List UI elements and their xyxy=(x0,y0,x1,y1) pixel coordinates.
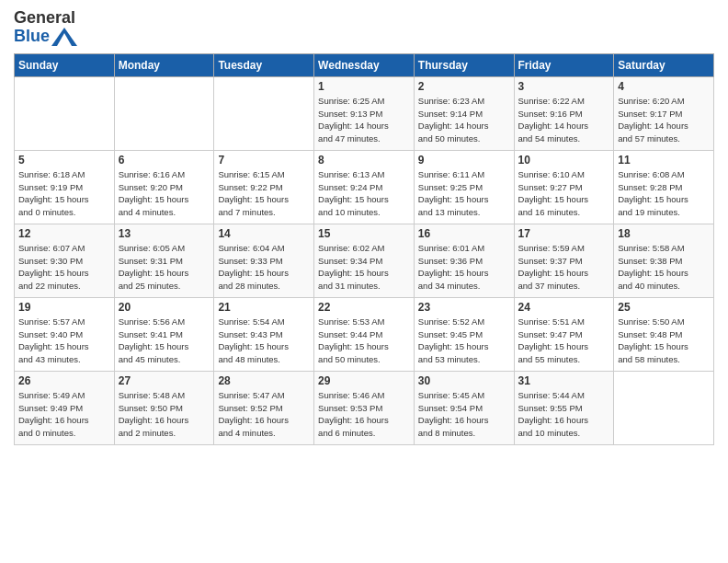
day-number: 30 xyxy=(418,374,510,387)
day-cell: 27Sunrise: 5:48 AM Sunset: 9:50 PM Dayli… xyxy=(114,371,214,444)
day-detail: Sunrise: 6:02 AM Sunset: 9:34 PM Dayligh… xyxy=(318,242,410,293)
day-detail: Sunrise: 6:18 AM Sunset: 9:19 PM Dayligh… xyxy=(18,168,110,219)
day-detail: Sunrise: 5:59 AM Sunset: 9:37 PM Dayligh… xyxy=(518,242,610,293)
day-number: 5 xyxy=(18,154,110,167)
day-detail: Sunrise: 6:10 AM Sunset: 9:27 PM Dayligh… xyxy=(518,168,610,219)
week-row-5: 26Sunrise: 5:49 AM Sunset: 9:49 PM Dayli… xyxy=(15,371,714,444)
day-cell: 10Sunrise: 6:10 AM Sunset: 9:27 PM Dayli… xyxy=(514,150,614,224)
day-number: 9 xyxy=(418,154,510,167)
day-detail: Sunrise: 5:44 AM Sunset: 9:55 PM Dayligh… xyxy=(518,389,610,440)
day-detail: Sunrise: 5:54 AM Sunset: 9:43 PM Dayligh… xyxy=(218,316,310,366)
day-cell: 2Sunrise: 6:23 AM Sunset: 9:14 PM Daylig… xyxy=(414,76,514,150)
day-detail: Sunrise: 6:04 AM Sunset: 9:33 PM Dayligh… xyxy=(218,242,310,293)
day-number: 27 xyxy=(119,374,210,387)
calendar-body: 1Sunrise: 6:25 AM Sunset: 9:13 PM Daylig… xyxy=(15,76,714,444)
day-number: 8 xyxy=(318,154,410,167)
day-cell: 4Sunrise: 6:20 AM Sunset: 9:17 PM Daylig… xyxy=(614,76,714,150)
day-detail: Sunrise: 5:51 AM Sunset: 9:47 PM Dayligh… xyxy=(518,316,610,366)
day-number: 7 xyxy=(218,154,310,167)
day-number: 14 xyxy=(218,227,310,240)
day-cell xyxy=(214,76,314,150)
day-number: 17 xyxy=(518,227,610,240)
day-detail: Sunrise: 6:01 AM Sunset: 9:36 PM Dayligh… xyxy=(418,242,510,293)
calendar-table: SundayMondayTuesdayWednesdayThursdayFrid… xyxy=(14,53,714,445)
header-cell-thursday: Thursday xyxy=(414,53,514,76)
day-cell xyxy=(15,76,115,150)
day-detail: Sunrise: 6:20 AM Sunset: 9:17 PM Dayligh… xyxy=(618,95,710,145)
day-detail: Sunrise: 6:16 AM Sunset: 9:20 PM Dayligh… xyxy=(119,168,210,219)
day-number: 11 xyxy=(618,154,710,167)
day-number: 26 xyxy=(18,374,110,387)
day-cell: 25Sunrise: 5:50 AM Sunset: 9:48 PM Dayli… xyxy=(614,297,714,371)
logo: General Blue xyxy=(14,9,77,46)
day-cell: 15Sunrise: 6:02 AM Sunset: 9:34 PM Dayli… xyxy=(314,224,415,297)
day-cell: 30Sunrise: 5:45 AM Sunset: 9:54 PM Dayli… xyxy=(414,371,514,444)
day-detail: Sunrise: 6:08 AM Sunset: 9:28 PM Dayligh… xyxy=(618,168,710,219)
day-number: 13 xyxy=(119,227,210,240)
day-number: 2 xyxy=(418,80,510,93)
day-detail: Sunrise: 6:23 AM Sunset: 9:14 PM Dayligh… xyxy=(418,95,510,145)
day-number: 16 xyxy=(418,227,510,240)
day-number: 31 xyxy=(518,374,610,387)
day-number: 18 xyxy=(618,227,710,240)
day-detail: Sunrise: 5:50 AM Sunset: 9:48 PM Dayligh… xyxy=(618,316,710,366)
day-detail: Sunrise: 5:52 AM Sunset: 9:45 PM Dayligh… xyxy=(418,316,510,366)
day-cell: 16Sunrise: 6:01 AM Sunset: 9:36 PM Dayli… xyxy=(414,224,514,297)
day-detail: Sunrise: 5:48 AM Sunset: 9:50 PM Dayligh… xyxy=(119,389,210,440)
day-number: 24 xyxy=(518,301,610,314)
day-number: 12 xyxy=(18,227,110,240)
day-cell: 8Sunrise: 6:13 AM Sunset: 9:24 PM Daylig… xyxy=(314,150,415,224)
day-cell: 20Sunrise: 5:56 AM Sunset: 9:41 PM Dayli… xyxy=(114,297,214,371)
day-number: 20 xyxy=(119,301,210,314)
day-detail: Sunrise: 6:05 AM Sunset: 9:31 PM Dayligh… xyxy=(119,242,210,293)
day-cell: 6Sunrise: 6:16 AM Sunset: 9:20 PM Daylig… xyxy=(114,150,214,224)
day-detail: Sunrise: 6:11 AM Sunset: 9:25 PM Dayligh… xyxy=(418,168,510,219)
day-detail: Sunrise: 5:53 AM Sunset: 9:44 PM Dayligh… xyxy=(318,316,410,366)
day-number: 15 xyxy=(318,227,410,240)
logo-icon xyxy=(51,28,77,46)
day-number: 10 xyxy=(518,154,610,167)
header-cell-friday: Friday xyxy=(514,53,614,76)
day-cell: 11Sunrise: 6:08 AM Sunset: 9:28 PM Dayli… xyxy=(614,150,714,224)
day-cell xyxy=(614,371,714,444)
day-cell: 5Sunrise: 6:18 AM Sunset: 9:19 PM Daylig… xyxy=(15,150,115,224)
day-cell: 12Sunrise: 6:07 AM Sunset: 9:30 PM Dayli… xyxy=(15,224,115,297)
day-cell: 23Sunrise: 5:52 AM Sunset: 9:45 PM Dayli… xyxy=(414,297,514,371)
day-cell: 31Sunrise: 5:44 AM Sunset: 9:55 PM Dayli… xyxy=(514,371,614,444)
day-number: 4 xyxy=(618,80,710,93)
day-detail: Sunrise: 5:46 AM Sunset: 9:53 PM Dayligh… xyxy=(318,389,410,440)
day-number: 29 xyxy=(318,374,410,387)
header: General Blue xyxy=(14,9,714,46)
header-cell-wednesday: Wednesday xyxy=(314,53,415,76)
day-cell: 18Sunrise: 5:58 AM Sunset: 9:38 PM Dayli… xyxy=(614,224,714,297)
day-detail: Sunrise: 6:13 AM Sunset: 9:24 PM Dayligh… xyxy=(318,168,410,219)
header-cell-sunday: Sunday xyxy=(15,53,115,76)
week-row-3: 12Sunrise: 6:07 AM Sunset: 9:30 PM Dayli… xyxy=(15,224,714,297)
day-detail: Sunrise: 6:25 AM Sunset: 9:13 PM Dayligh… xyxy=(318,95,410,145)
day-cell: 7Sunrise: 6:15 AM Sunset: 9:22 PM Daylig… xyxy=(214,150,314,224)
day-detail: Sunrise: 5:47 AM Sunset: 9:52 PM Dayligh… xyxy=(218,389,310,440)
day-number: 22 xyxy=(318,301,410,314)
day-number: 23 xyxy=(418,301,510,314)
week-row-4: 19Sunrise: 5:57 AM Sunset: 9:40 PM Dayli… xyxy=(15,297,714,371)
day-cell: 24Sunrise: 5:51 AM Sunset: 9:47 PM Dayli… xyxy=(514,297,614,371)
day-cell: 3Sunrise: 6:22 AM Sunset: 9:16 PM Daylig… xyxy=(514,76,614,150)
week-row-2: 5Sunrise: 6:18 AM Sunset: 9:19 PM Daylig… xyxy=(15,150,714,224)
day-detail: Sunrise: 5:49 AM Sunset: 9:49 PM Dayligh… xyxy=(18,389,110,440)
header-row: SundayMondayTuesdayWednesdayThursdayFrid… xyxy=(15,53,714,76)
day-number: 3 xyxy=(518,80,610,93)
day-cell: 9Sunrise: 6:11 AM Sunset: 9:25 PM Daylig… xyxy=(414,150,514,224)
day-cell: 17Sunrise: 5:59 AM Sunset: 9:37 PM Dayli… xyxy=(514,224,614,297)
week-row-1: 1Sunrise: 6:25 AM Sunset: 9:13 PM Daylig… xyxy=(15,76,714,150)
day-number: 21 xyxy=(218,301,310,314)
day-detail: Sunrise: 6:07 AM Sunset: 9:30 PM Dayligh… xyxy=(18,242,110,293)
day-detail: Sunrise: 5:58 AM Sunset: 9:38 PM Dayligh… xyxy=(618,242,710,293)
day-detail: Sunrise: 5:56 AM Sunset: 9:41 PM Dayligh… xyxy=(119,316,210,366)
day-detail: Sunrise: 6:22 AM Sunset: 9:16 PM Dayligh… xyxy=(518,95,610,145)
day-number: 19 xyxy=(18,301,110,314)
day-cell: 29Sunrise: 5:46 AM Sunset: 9:53 PM Dayli… xyxy=(314,371,415,444)
day-cell xyxy=(114,76,214,150)
day-cell: 28Sunrise: 5:47 AM Sunset: 9:52 PM Dayli… xyxy=(214,371,314,444)
day-cell: 13Sunrise: 6:05 AM Sunset: 9:31 PM Dayli… xyxy=(114,224,214,297)
day-cell: 19Sunrise: 5:57 AM Sunset: 9:40 PM Dayli… xyxy=(15,297,115,371)
